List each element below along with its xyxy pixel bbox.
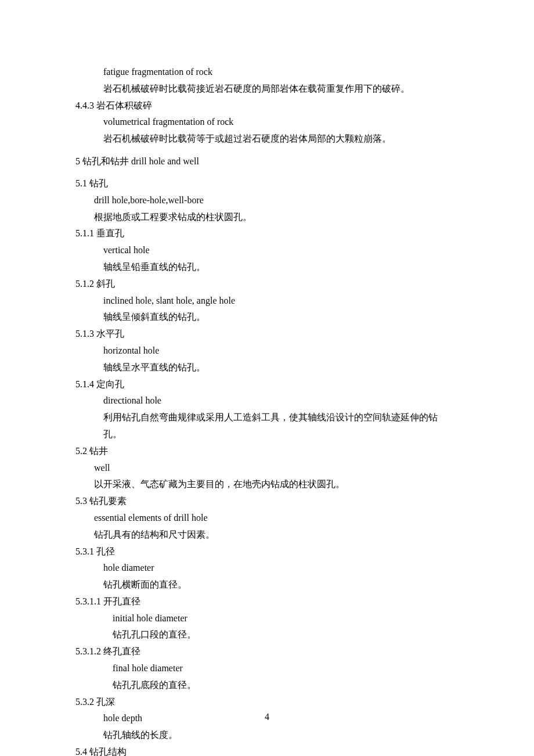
text-line: 以开采液、气态矿藏为主要目的，在地壳内钻成的柱状圆孔。 bbox=[75, 476, 459, 493]
text-line: 5.3.1.2 终孔直径 bbox=[75, 643, 459, 660]
text-line: 5.4 钻孔结构 bbox=[75, 744, 459, 756]
text-line: 钻孔孔底段的直径。 bbox=[75, 677, 459, 694]
document-page: fatigue fragmentation of rock岩石机械破碎时比载荷接… bbox=[0, 0, 534, 756]
text-line: 轴线呈水平直线的钻孔。 bbox=[75, 359, 459, 376]
text-line: 5.1.3 水平孔 bbox=[75, 326, 459, 343]
text-line: drill hole,bore-hole,well-bore bbox=[75, 192, 459, 209]
text-line: 5.1.1 垂直孔 bbox=[75, 225, 459, 242]
text-line: essential elements of drill hole bbox=[75, 510, 459, 527]
text-line: 5.2 钻井 bbox=[75, 443, 459, 460]
text-line: 钻孔孔口段的直径。 bbox=[75, 627, 459, 643]
text-line: 5.3.1.1 开孔直径 bbox=[75, 593, 459, 610]
text-line: 5 钻孔和钻井 drill hole and well bbox=[75, 153, 459, 170]
text-line: well bbox=[75, 460, 459, 477]
text-line: 5.1.2 斜孔 bbox=[75, 276, 459, 293]
text-line: 钻孔横断面的直径。 bbox=[75, 577, 459, 593]
text-line: final hole diameter bbox=[75, 660, 459, 677]
text-line: volumetrical fragmentation of rock bbox=[75, 114, 459, 131]
text-line: vertical hole bbox=[75, 242, 459, 259]
text-line: directional hole bbox=[75, 393, 459, 409]
text-line: 5.3.1 孔径 bbox=[75, 543, 459, 560]
text-line: 4.4.3 岩石体积破碎 bbox=[75, 98, 459, 114]
text-line: hole diameter bbox=[75, 560, 459, 577]
text-line: 5.1 钻孔 bbox=[75, 175, 459, 192]
text-line: 利用钻孔自然弯曲规律或采用人工造斜工具，使其轴线沿设计的空间轨迹延伸的钻 bbox=[75, 409, 459, 426]
page-number: 4 bbox=[0, 709, 534, 726]
text-line: 轴线呈倾斜直线的钻孔。 bbox=[75, 309, 459, 326]
text-line: inclined hole, slant hole, angle hole bbox=[75, 293, 459, 309]
text-line: 岩石机械破碎时比载荷等于或超过岩石硬度的岩体局部的大颗粒崩落。 bbox=[75, 131, 459, 147]
text-line: horizontal hole bbox=[75, 343, 459, 359]
text-line: 5.3 钻孔要素 bbox=[75, 493, 459, 510]
text-line: fatigue fragmentation of rock bbox=[75, 64, 459, 81]
text-line: 根据地质或工程要求钻成的柱状圆孔。 bbox=[75, 209, 459, 226]
text-line: 岩石机械破碎时比载荷接近岩石硬度的局部岩体在载荷重复作用下的破碎。 bbox=[75, 81, 459, 98]
text-line: 轴线呈铅垂直线的钻孔。 bbox=[75, 259, 459, 276]
text-line: initial hole diameter bbox=[75, 610, 459, 627]
text-line: 5.3.2 孔深 bbox=[75, 694, 459, 711]
text-line: 钻孔轴线的长度。 bbox=[75, 727, 459, 744]
document-body: fatigue fragmentation of rock岩石机械破碎时比载荷接… bbox=[75, 64, 459, 756]
text-line: 孔。 bbox=[75, 426, 459, 443]
text-line: 5.1.4 定向孔 bbox=[75, 376, 459, 393]
text-line: 钻孔具有的结构和尺寸因素。 bbox=[75, 527, 459, 543]
